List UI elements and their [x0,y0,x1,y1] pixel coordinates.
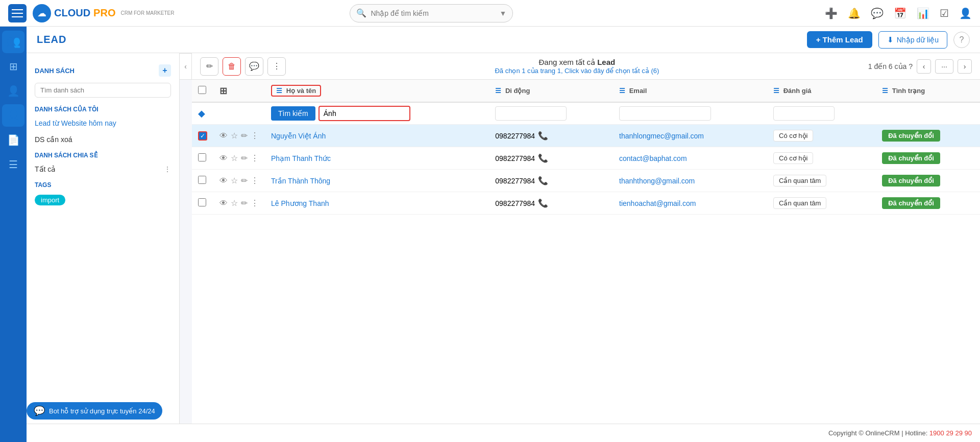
name-filter-input[interactable] [318,106,410,121]
user-profile-icon[interactable]: 👤 [959,7,972,19]
add-lead-button[interactable]: + Thêm Lead [807,31,872,48]
columns-toggle-icon[interactable]: ⊞ [219,86,227,96]
row3-call-icon[interactable]: 📞 [538,176,548,185]
sidebar-icon-lead[interactable]: 👤 [2,104,24,127]
shared-more-icon[interactable]: ⋮ [164,165,171,173]
row4-call-icon[interactable]: 📞 [538,198,548,208]
row2-more-icon[interactable]: ⋮ [251,153,259,163]
pagination-more-button[interactable]: ··· [935,59,953,74]
row4-checkbox[interactable] [198,198,206,206]
help-button[interactable]: ? [953,32,970,48]
delete-toolbar-button[interactable]: 🗑 [223,57,241,76]
chat-nav-icon[interactable]: 💬 [871,7,884,19]
row1-more-icon[interactable]: ⋮ [251,131,259,141]
rating-filter-input[interactable] [773,106,835,121]
row3-checkbox[interactable] [198,176,206,184]
sidebar-search-input[interactable] [35,83,171,98]
col-columns-toggle: ⊞ [213,80,265,102]
search-button[interactable]: Tìm kiếm [271,106,315,121]
row2-edit-icon[interactable]: ✏ [241,153,248,163]
global-search-bar[interactable]: 🔍 ▼ [350,4,513,22]
row2-name-link[interactable]: Phạm Thanh Thức [271,154,331,162]
comment-toolbar-button[interactable]: 💬 [245,57,263,76]
row4-star-icon[interactable]: ☆ [231,198,238,208]
toolbar-right: 1 đến 6 của ? ‹ ··· › [868,59,972,74]
sidebar-icon-doc[interactable]: 📄 [2,129,24,151]
col-rating-icon: ☰ [773,87,779,95]
bell-icon[interactable]: 🔔 [848,7,861,19]
tag-import[interactable]: import [35,195,65,205]
row1-eye-icon[interactable]: 👁 [219,131,228,141]
row1-email-cell: thanhlongmec@gmail.com [613,125,767,147]
import-data-button[interactable]: ⬇ Nhập dữ liệu [878,31,947,49]
content-area: ✏ 🗑 💬 ⋮ Đang xem tất cả Lead Đã chọn 1 c… [192,53,980,424]
row2-email-link[interactable]: contact@baphat.com [619,154,687,162]
row3-more-icon[interactable]: ⋮ [251,176,259,185]
row2-eye-icon[interactable]: 👁 [219,154,228,163]
left-icon-bar: 👥 ⊞ 👤 👤 📄 ☰ [0,27,27,442]
chart-icon[interactable]: 📊 [917,7,929,19]
filter-star-icon: ◆ [198,108,205,119]
more-toolbar-button[interactable]: ⋮ [267,57,286,76]
row3-star-icon[interactable]: ☆ [231,176,238,185]
sidebar-icon-contacts[interactable]: 👥 [2,31,24,53]
select-all-text[interactable]: Đã chọn 1 của trang 1, Click vào đây để … [290,67,864,75]
row4-name-link[interactable]: Lê Phương Thanh [271,199,329,207]
filter-empty-cell [213,102,265,125]
row1-email-link[interactable]: thanhlongmec@gmail.com [619,132,704,140]
sidebar-item-all[interactable]: Tất cả ⋮ [27,161,179,177]
email-filter-input[interactable] [619,106,711,121]
calendar-icon[interactable]: 📅 [894,7,906,19]
nav-icons: ➕ 🔔 💬 📅 📊 ☑ 👤 [825,7,972,19]
select-all-checkbox[interactable] [198,86,206,94]
row1-edit-icon[interactable]: ✏ [241,131,248,141]
row4-eye-icon[interactable]: 👁 [219,199,228,208]
row3-name-link[interactable]: Trần Thành Thông [271,177,330,185]
row4-rating-badge: Cần quan tâm [773,197,826,209]
messenger-bubble[interactable]: 💬 Bot hỗ trợ sử dụng trực tuyến 24/24 [27,402,162,420]
edit-toolbar-button[interactable]: ✏ [200,57,218,76]
row2-email-cell: contact@baphat.com [613,147,767,170]
sidebar-icon-person[interactable]: 👤 [2,80,24,102]
hamburger-menu[interactable] [8,4,27,22]
row1-phone-cell: 0982277984 📞 [489,125,613,147]
filter-email-cell [613,102,767,125]
row2-call-icon[interactable]: 📞 [538,153,548,163]
pagination-next-button[interactable]: › [958,59,972,74]
sidebar-icon-grid[interactable]: ⊞ [2,55,24,78]
phone-filter-input[interactable] [495,106,567,121]
row1-rating-cell: Có cơ hội [767,125,876,147]
col-email: ☰ Email [613,80,767,102]
row1-rating-badge: Có cơ hội [773,130,813,142]
row4-more-icon[interactable]: ⋮ [251,198,259,208]
sidebar-collapse-arrow[interactable]: ‹ [180,53,192,80]
row2-star-icon[interactable]: ☆ [231,153,238,163]
tasks-icon[interactable]: ☑ [940,7,949,19]
row1-call-icon[interactable]: 📞 [538,131,548,141]
col-name-icon: ☰ [276,87,282,95]
row3-edit-icon[interactable]: ✏ [241,176,248,185]
pagination-prev-button[interactable]: ‹ [917,59,931,74]
row3-eye-icon[interactable]: 👁 [219,176,228,185]
row3-phone-cell: 0982277984 📞 [489,170,613,192]
row2-actions-cell: 👁 ☆ ✏ ⋮ [213,147,265,170]
row1-star-icon[interactable]: ☆ [231,131,238,141]
filter-name-cell: Tìm kiếm [265,102,489,125]
sidebar-item-delete[interactable]: DS cần xoá [27,131,179,148]
row1-name-link[interactable]: Nguyễn Việt Ánh [271,132,326,140]
row3-actions-cell: 👁 ☆ ✏ ⋮ [213,170,265,192]
search-input[interactable] [371,9,495,17]
col-email-icon: ☰ [619,87,625,95]
filter-phone-cell [489,102,613,125]
add-icon[interactable]: ➕ [825,7,838,19]
row4-email-link[interactable]: tienhoachat@gmail.com [619,199,696,207]
row2-checkbox[interactable] [198,153,206,161]
page-title: LEAD [37,34,66,45]
row4-edit-icon[interactable]: ✏ [241,198,248,208]
add-list-button[interactable]: + [159,64,171,77]
row3-phone-number: 0982277984 [495,177,535,185]
row3-email-link[interactable]: thanhthong@gmail.com [619,177,695,185]
row1-checkbox[interactable] [198,131,207,141]
sidebar-icon-list[interactable]: ☰ [2,153,24,176]
sidebar-item-website-lead[interactable]: Lead từ Website hôm nay [27,115,179,131]
